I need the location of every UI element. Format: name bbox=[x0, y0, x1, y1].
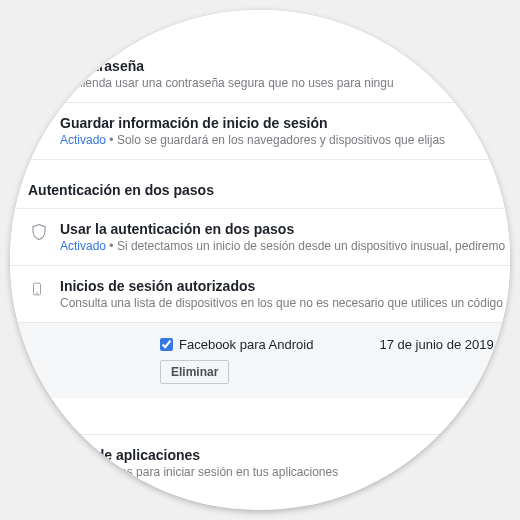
password-sub: comienda usar una contraseña segura que … bbox=[60, 76, 510, 90]
use-2fa-title: Usar la autenticación en dos pasos bbox=[60, 221, 510, 237]
save-login-title: Guardar información de inicio de sesión bbox=[60, 115, 510, 131]
authorized-logins-sub: Consulta una lista de dispositivos en lo… bbox=[60, 296, 510, 310]
app-passwords-row[interactable]: eñas de aplicaciones as especiales para … bbox=[10, 434, 510, 505]
device-checkbox[interactable] bbox=[160, 338, 173, 351]
use-2fa-sub: Activado • Si detectamos un inicio de se… bbox=[60, 239, 510, 253]
device-name: Facebook para Android bbox=[179, 337, 313, 352]
save-login-sub: Activado • Solo se guardará en los naveg… bbox=[60, 133, 510, 147]
app-passwords-title: eñas de aplicaciones bbox=[60, 447, 510, 463]
authorized-logins-title: Inicios de sesión autorizados bbox=[60, 278, 510, 294]
device-block: Facebook para Android 17 de junio de 201… bbox=[10, 322, 510, 398]
save-login-status: Activado bbox=[60, 133, 106, 147]
use-2fa-status: Activado bbox=[60, 239, 106, 253]
password-title: r contraseña bbox=[60, 58, 510, 74]
device-date: 17 de junio de 2019 bbox=[379, 337, 493, 352]
section-two-factor: Autenticación en dos pasos bbox=[10, 159, 510, 208]
device-line: Facebook para Android 17 de junio de 201… bbox=[160, 337, 510, 352]
app-passwords-sub2: acebook. bbox=[60, 479, 510, 493]
password-row[interactable]: r contraseña comienda usar una contraseñ… bbox=[10, 10, 510, 102]
phone-icon bbox=[30, 279, 48, 299]
save-login-row[interactable]: Guardar información de inicio de sesión … bbox=[10, 102, 510, 159]
authorized-logins-row[interactable]: Inicios de sesión autorizados Consulta u… bbox=[10, 265, 510, 322]
use-2fa-row[interactable]: Usar la autenticación en dos pasos Activ… bbox=[10, 208, 510, 265]
app-passwords-sub: as especiales para iniciar sesión en tus… bbox=[60, 465, 510, 479]
shield-icon bbox=[30, 222, 48, 242]
remove-button[interactable]: Eliminar bbox=[160, 360, 229, 384]
